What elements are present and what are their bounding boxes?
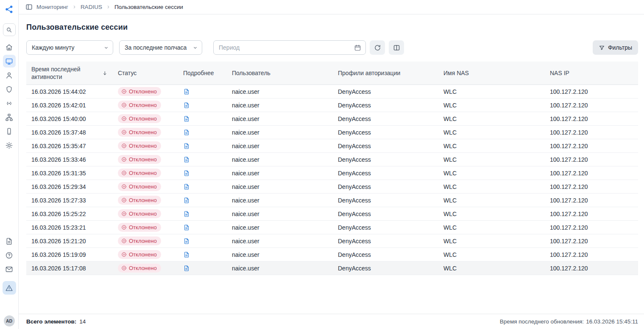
col-header-last-activity[interactable]: Время последней активности [26,62,113,85]
cell-auth-profile: DenyAccess [333,126,438,139]
search-button[interactable] [3,23,16,36]
sidebar-item-docs[interactable] [3,235,16,247]
col-header-auth-profiles[interactable]: Профили авторизации [333,62,438,85]
columns-icon [393,44,400,51]
cell-details [178,248,227,262]
sidebar-item-monitoring[interactable] [3,55,16,67]
sidebar-item-users[interactable] [3,69,16,82]
table-row[interactable]: 16.03.2026 15:44:02 Отклонено [26,85,638,98]
cell-nas-ip: 100.127.2.120 [545,153,638,166]
status-bar: Всего элементов: 14 Время последнего обн… [19,314,644,329]
details-button[interactable] [183,197,190,204]
sidebar-item-alerts[interactable] [3,281,16,295]
sidebar-item-devices[interactable] [3,125,16,138]
x-circle-icon [121,129,127,135]
sidebar-item-messages[interactable] [3,263,16,276]
sidebar-item-security[interactable] [3,83,16,96]
cell-auth-profile: DenyAccess [333,234,438,248]
details-button[interactable] [183,156,190,163]
cell-last-activity: 16.03.2026 15:27:33 [26,194,113,207]
x-circle-icon [121,225,127,230]
table-row[interactable]: 16.03.2026 15:21:20 Отклонено [26,234,638,248]
file-text-icon [183,143,190,149]
table-row[interactable]: 16.03.2026 15:33:46 Отклонено [26,153,638,166]
status-badge-label: Отклонено [129,129,157,135]
table-row[interactable]: 16.03.2026 15:23:21 Отклонено [26,221,638,234]
breadcrumb-monitoring[interactable]: Мониторинг [36,4,68,10]
status-badge-label: Отклонено [129,115,157,122]
table-row[interactable]: 16.03.2026 15:35:47 Отклонено [26,139,638,153]
details-button[interactable] [183,251,190,258]
sort-desc-icon[interactable] [102,70,108,76]
cell-details [178,139,227,153]
details-button[interactable] [183,129,190,136]
details-button[interactable] [183,170,190,177]
table-row[interactable]: 16.03.2026 15:31:35 Отклонено [26,166,638,180]
details-button[interactable] [183,238,190,245]
status-badge: Отклонено [118,141,161,150]
avatar[interactable]: AD [4,315,15,326]
table-row[interactable]: 16.03.2026 15:29:34 Отклонено [26,180,638,194]
x-circle-icon [121,184,127,189]
refresh-icon [374,44,381,51]
cell-nas-name: WLC [438,98,545,112]
cell-status: Отклонено [113,112,178,126]
app-logo[interactable] [3,4,16,15]
details-button[interactable] [183,88,190,95]
status-badge-label: Отклонено [129,251,157,258]
total-elements-value: 14 [79,318,86,325]
filters-button[interactable]: Фильтры [593,40,638,55]
sidebar-item-wireless[interactable] [3,97,16,110]
chevron-right-icon [72,5,77,9]
calendar-button[interactable] [354,44,365,51]
last-updated-value: 16.03.2026 15:45:11 [586,318,638,325]
cell-details [178,98,227,112]
file-text-icon [183,115,190,122]
app-logo-icon [5,5,14,14]
col-header-status[interactable]: Статус [113,62,178,85]
cell-auth-profile: DenyAccess [333,166,438,180]
table-row[interactable]: 16.03.2026 15:27:33 Отклонено [26,194,638,207]
breadcrumb-radius[interactable]: RADIUS [81,4,102,10]
status-badge-label: Отклонено [129,265,157,271]
sidebar-item-topology[interactable] [3,111,16,124]
table-row[interactable]: 16.03.2026 15:40:00 Отклонено [26,112,638,126]
cell-nas-ip: 100.127.2.120 [545,180,638,194]
sidebar-item-help[interactable] [3,249,16,262]
cell-user: naice.user [227,126,333,139]
details-button[interactable] [183,143,190,149]
cell-last-activity: 16.03.2026 15:37:48 [26,126,113,139]
refresh-interval-value: Каждую минуту [32,44,75,51]
details-button[interactable] [183,115,190,122]
col-header-user[interactable]: Пользователь [227,62,333,85]
sidebar-item-settings[interactable] [3,139,16,152]
table-row[interactable]: 16.03.2026 15:19:09 Отклонено [26,248,638,262]
details-button[interactable] [183,183,190,190]
sidebar-toggle-button[interactable] [25,3,33,11]
cell-nas-ip: 100.127.2.120 [545,98,638,112]
col-header-nas-name[interactable]: Имя NAS [438,62,545,85]
time-range-select[interactable]: За последние полчаса [119,40,202,55]
sidebar-item-home[interactable] [3,41,16,53]
table-row[interactable]: 16.03.2026 15:17:08 Отклонено [26,262,638,275]
details-button[interactable] [183,102,190,109]
table-row[interactable]: 16.03.2026 15:37:48 Отклонено [26,126,638,139]
table-row[interactable]: 16.03.2026 15:42:01 Отклонено [26,98,638,112]
columns-button[interactable] [389,40,404,55]
table-row[interactable]: 16.03.2026 15:25:22 Отклонено [26,207,638,221]
refresh-button[interactable] [370,40,385,55]
total-elements: Всего элементов: 14 [26,318,86,325]
cell-auth-profile: DenyAccess [333,207,438,221]
cell-nas-name: WLC [438,166,545,180]
gear-icon [5,141,13,149]
period-input[interactable] [214,44,354,51]
cell-details [178,234,227,248]
col-header-nas-ip[interactable]: NAS IP [545,62,638,85]
cell-auth-profile: DenyAccess [333,194,438,207]
col-header-details[interactable]: Подробнее [178,62,227,85]
details-button[interactable] [183,224,190,231]
refresh-interval-select[interactable]: Каждую минуту [26,40,113,55]
monitor-icon [5,57,13,65]
details-button[interactable] [183,211,190,217]
details-button[interactable] [183,265,190,272]
